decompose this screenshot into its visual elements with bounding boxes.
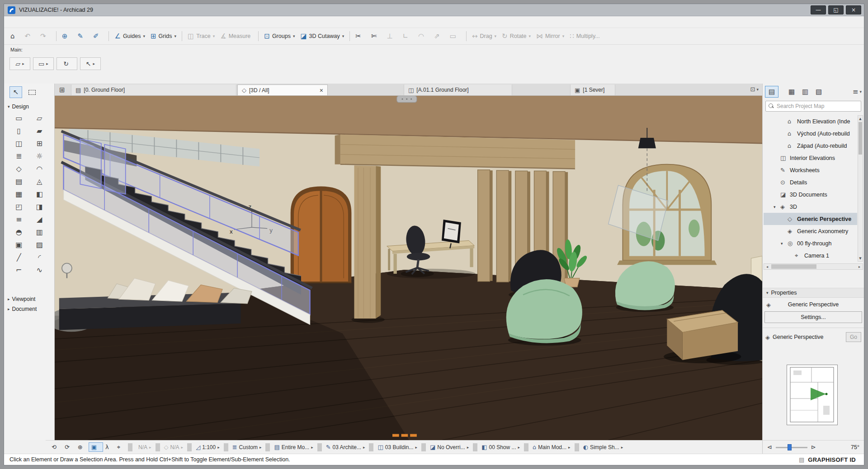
publisher-icon[interactable]: ▧ [812, 86, 826, 98]
multiply[interactable]: ∷ Multiply... [567, 31, 604, 42]
toolbar-item[interactable] [56, 31, 57, 41]
structure-display[interactable]: ◫ 03 Buildin... ▸ [375, 443, 420, 451]
fill-tool[interactable]: ▨ [29, 238, 50, 251]
curtain-wall-tool[interactable]: ▤ [9, 175, 29, 188]
trim[interactable]: ✄ [368, 31, 384, 42]
fillet[interactable]: ◠ [415, 31, 431, 42]
fov-value[interactable]: 75° [851, 444, 859, 450]
grids[interactable]: ⊞ Grids ▾ [148, 31, 179, 42]
toolbox-section-viewpoint[interactable]: ▸ Viewpoint [4, 294, 54, 304]
menu-item[interactable] [79, 20, 88, 24]
quick-option[interactable] [524, 443, 528, 451]
spline-tool[interactable]: ∿ [29, 263, 50, 276]
roof-tool[interactable]: ◇ [9, 162, 29, 175]
quick-option[interactable] [265, 443, 270, 451]
slab-tool[interactable]: ▱ [29, 112, 50, 124]
cutaway-3d[interactable]: ◪ 3D Cutaway ▾ [297, 31, 347, 42]
beam-tool[interactable]: ▰ [29, 124, 50, 137]
3d-viewport[interactable]: z x y [55, 96, 762, 440]
properties-header[interactable]: ▾ Properties [763, 288, 864, 298]
layer-combination[interactable]: ≣ Custom ▸ [230, 443, 264, 451]
scrollbar-thumb[interactable] [859, 122, 862, 155]
minimize-button[interactable]: — [811, 5, 826, 14]
quad-view-icon[interactable]: ⊞ [59, 86, 65, 94]
expander-icon[interactable]: ▾ [781, 241, 785, 246]
quick-option[interactable] [317, 443, 322, 451]
zoom-level[interactable]: N/A ▸ [134, 443, 154, 451]
polyline-tool[interactable]: ⌐ [9, 263, 29, 276]
selection-group[interactable]: ▭ ▸ [33, 57, 54, 70]
tab-layout-sever[interactable]: ▣ [1 Sever] [570, 84, 615, 95]
quick-option[interactable] [187, 443, 192, 451]
zoom-in[interactable]: ⊕ [75, 443, 89, 451]
interior-elevations[interactable]: ◫ Interior Elevations [764, 152, 857, 164]
quick-option[interactable] [369, 443, 373, 451]
orientation[interactable]: ◇ N/A ▸ [162, 443, 186, 451]
arc-tool[interactable]: ◜ [29, 251, 50, 263]
go-button[interactable]: Go [846, 332, 861, 342]
inject-parameters[interactable]: ✐ [90, 31, 106, 42]
toolbar-item[interactable] [466, 31, 467, 41]
generic-axonometry[interactable]: ◈ Generic Axonometry [764, 225, 857, 237]
layout-book-icon[interactable]: ▥ [798, 86, 812, 98]
quick-option[interactable] [156, 443, 160, 451]
mesh-tool[interactable]: ▦ [9, 188, 29, 200]
stretch[interactable]: ▭ [447, 31, 463, 42]
tab-3d-all[interactable]: ◇ [3D / All] × [237, 84, 328, 95]
resize[interactable]: ⇗ [431, 31, 447, 42]
zoom-next[interactable]: ⟳ [62, 443, 75, 451]
redo[interactable]: ↷ [38, 31, 53, 42]
search-input[interactable] [777, 103, 858, 109]
groups[interactable]: ⊡ Groups ▾ [261, 31, 297, 42]
viewport-handle[interactable] [397, 96, 417, 103]
line-tool[interactable]: ╱ [9, 251, 29, 263]
tree-scrollbar[interactable]: ▲ ▼ [858, 115, 863, 262]
model-view-options[interactable]: ⌂ Main Mod... ▸ [530, 443, 573, 451]
documents-3d[interactable]: ◪ 3D Documents [764, 188, 857, 201]
text-tool[interactable]: ▣ [9, 238, 29, 251]
menu-item[interactable] [70, 20, 79, 24]
navigator-options-button[interactable]: ≡ ▾ [853, 88, 862, 96]
toolbar-item[interactable] [108, 31, 109, 41]
coffee-table[interactable] [664, 310, 741, 363]
tab-close-icon[interactable]: × [320, 87, 323, 94]
shadow-settings[interactable]: ◐ Simple Sh... ▸ [581, 443, 626, 451]
fov-narrow-icon[interactable]: ⊲ [767, 444, 772, 450]
menu-item[interactable] [43, 20, 52, 24]
north-elevation[interactable]: ⌂ North Elevation (Inde [764, 115, 857, 127]
zoom-previous[interactable]: ⟲ [49, 443, 62, 451]
marquee-tool-icon[interactable] [26, 86, 38, 98]
menu-item[interactable] [52, 20, 61, 24]
zoom-to-selection[interactable]: ⊕ [59, 31, 75, 42]
add-viewpoint[interactable] [766, 273, 776, 282]
arched-door[interactable] [291, 187, 352, 283]
trace[interactable]: ◫ Trace ▾ [185, 31, 217, 42]
walk-mode[interactable]: λ [103, 443, 115, 451]
group-3d[interactable]: ▾ ◈ 3D [764, 201, 857, 213]
column-tool[interactable]: ▯ [9, 124, 29, 137]
railing-tool[interactable]: ≡ [9, 213, 29, 225]
toolbox-section-design[interactable]: ▾ Design [4, 102, 54, 112]
hscrollbar-thumb[interactable] [771, 264, 816, 269]
window-tool[interactable]: ⊞ [29, 137, 50, 150]
camera-1[interactable]: ⌖ Camera 1 [764, 249, 857, 262]
graphic-override[interactable]: ◪ No Overri... ▸ [428, 443, 471, 451]
worksheets[interactable]: ✎ Worksheets [764, 164, 857, 176]
ramp-tool[interactable]: ◢ [29, 213, 50, 225]
quick-option[interactable] [128, 443, 132, 451]
fly-through[interactable]: ▾ ◎ 00 fly-through [764, 237, 857, 249]
toolbar-item[interactable] [349, 31, 350, 41]
expander-icon[interactable]: ▾ [774, 205, 778, 209]
quick-option[interactable] [473, 443, 477, 451]
zapad-elevation[interactable]: ⌂ Západ (Auto-rebuild [764, 140, 857, 152]
opening-tool[interactable]: ◨ [29, 200, 50, 213]
tab-section-a011[interactable]: ◫ [A.01.1 Ground Floor] [404, 84, 512, 95]
toolbar-item[interactable] [182, 31, 182, 41]
quick-option[interactable] [575, 443, 579, 451]
menu-item[interactable] [7, 20, 16, 24]
menu-item[interactable] [34, 20, 43, 24]
intersect[interactable]: ∟ [400, 31, 415, 42]
project-map-icon[interactable]: ▤ [765, 86, 778, 98]
pen-set[interactable]: ▤ Entire Mo... ▸ [272, 443, 315, 451]
renovation-filter[interactable]: ◧ 00 Show ... ▸ [479, 443, 522, 451]
